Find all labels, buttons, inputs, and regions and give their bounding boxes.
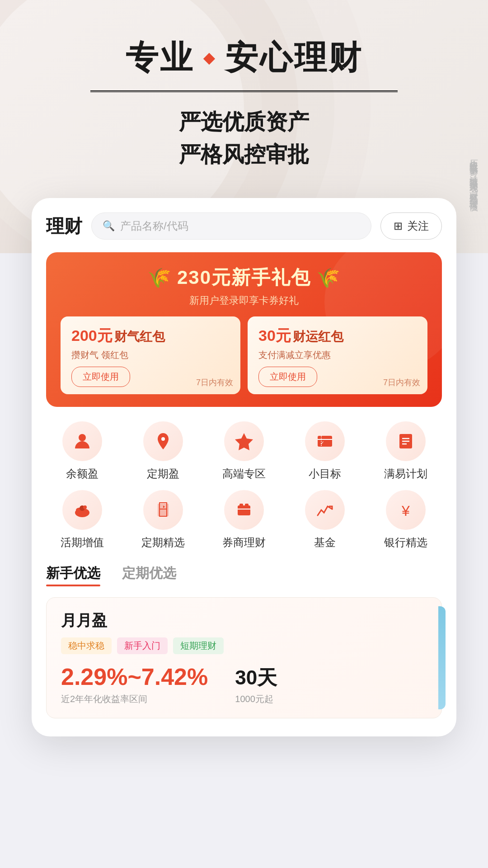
tab-diqiyouxuan[interactable]: 定期优选 <box>122 564 176 586</box>
card2-expire: 7日内有效 <box>383 377 420 388</box>
product-bottom: 2.29%~7.42% 近2年年化收益率区间 30天 1000元起 <box>61 663 427 705</box>
banner-subtitle: 新用户登录即享卡券好礼 <box>61 294 427 307</box>
icon-yinhangjingxuan: ¥ <box>386 490 426 530</box>
card-title: 理财 <box>46 214 82 239</box>
tag-stable: 稳中求稳 <box>61 637 112 654</box>
svg-text:¥: ¥ <box>401 503 410 519</box>
svg-rect-19 <box>245 504 249 506</box>
icon-diqiying <box>143 421 183 461</box>
icon-manyijihua <box>386 421 426 461</box>
product-card[interactable]: 月月盈 稳中求稳 新手入门 短期理财 2.29%~7.42% 近2年年化收益率区… <box>46 597 442 718</box>
banner-card-2[interactable]: 30元 财运红包 支付满减立享优惠 立即使用 7日内有效 <box>248 316 427 394</box>
tab-xinshoyouxuan[interactable]: 新手优选 <box>46 564 100 586</box>
svg-rect-18 <box>239 504 243 506</box>
svg-marker-2 <box>235 433 253 450</box>
icon-item-yinhangjingxuan[interactable]: ¥ 银行精选 <box>370 490 442 550</box>
icon-jijin <box>305 490 345 530</box>
hero-section: 专业 ◆ 安心理财 严选优质资产 严格风控审批 <box>0 0 488 189</box>
icon-label-5: 活期增值 <box>61 535 104 550</box>
banner-leaf-left: 🌾 <box>147 267 172 289</box>
search-placeholder-text: 产品名称/代码 <box>120 219 188 233</box>
icon-label-0: 余额盈 <box>66 467 99 481</box>
hero-title-left: 专业 <box>126 36 194 80</box>
tabs-row: 新手优选 定期优选 <box>46 564 442 586</box>
svg-rect-17 <box>238 505 250 515</box>
icon-label-6: 定期精选 <box>141 535 185 550</box>
side-disclaimer: 历史收益数据仅供参考 过往业绩不预示未来表现 理财有风险 投资需谨慎 <box>465 153 483 514</box>
card1-expire: 7日内有效 <box>196 377 233 388</box>
icon-label-1: 定期盈 <box>147 467 179 481</box>
icon-item-manyijihua[interactable]: 满易计划 <box>370 421 442 481</box>
card2-amount: 30元 <box>258 327 291 344</box>
card2-desc: 支付满减立享优惠 <box>258 349 417 361</box>
hero-subtitle-line2: 严格风控审批 <box>27 138 461 171</box>
svg-text:✓: ✓ <box>320 440 324 446</box>
product-card-side-strip <box>438 606 446 709</box>
banner-title: 🌾 230元新手礼包 🌾 <box>61 265 427 290</box>
banner-cards: 200元 财气红包 攒财气 领红包 立即使用 7日内有效 30元 财运红包 支付… <box>61 316 427 394</box>
card1-desc: 攒财气 领红包 <box>71 349 230 361</box>
svg-point-1 <box>161 437 165 441</box>
icon-label-7: 券商理财 <box>222 535 266 550</box>
svg-point-0 <box>79 434 86 441</box>
icon-label-2: 高端专区 <box>222 467 266 481</box>
banner-leaf-right: 🌾 <box>316 267 341 289</box>
hero-divider <box>90 90 398 91</box>
icon-item-gaoduan[interactable]: 高端专区 <box>208 421 280 481</box>
product-rate-label: 近2年年化收益率区间 <box>61 693 208 705</box>
product-days: 30天 <box>235 665 277 691</box>
icon-label-9: 银行精选 <box>384 535 427 550</box>
card1-name: 财气红包 <box>114 330 165 344</box>
card1-use-button[interactable]: 立即使用 <box>71 367 130 387</box>
icon-xiaomubiao: ✓ <box>305 421 345 461</box>
card2-use-button[interactable]: 立即使用 <box>258 367 317 387</box>
banner-card-1[interactable]: 200元 财气红包 攒财气 领红包 立即使用 7日内有效 <box>61 316 240 394</box>
icon-item-quanshanglicai[interactable]: 券商理财 <box>208 490 280 550</box>
card1-amount: 200元 <box>71 327 113 344</box>
icon-item-diqijingxuan[interactable]: 定期精选 <box>127 490 199 550</box>
icon-item-yuebaoying[interactable]: 余额盈 <box>46 421 118 481</box>
product-card-wrapper: 月月盈 稳中求稳 新手入门 短期理财 2.29%~7.42% 近2年年化收益率区… <box>46 597 442 718</box>
icon-huoqizengzhi <box>62 490 102 530</box>
icon-item-jijin[interactable]: 基金 <box>289 490 361 550</box>
svg-point-14 <box>83 505 87 509</box>
search-icon: 🔍 <box>103 220 115 232</box>
product-rate-section: 2.29%~7.42% 近2年年化收益率区间 <box>61 663 208 705</box>
hero-title: 专业 ◆ 安心理财 <box>27 36 461 80</box>
product-period: 30天 1000元起 <box>235 665 277 705</box>
product-rate: 2.29%~7.42% <box>61 663 208 690</box>
icon-label-4: 满易计划 <box>384 467 427 481</box>
card-header: 理财 🔍 产品名称/代码 ⊞ 关注 <box>46 212 442 240</box>
icon-item-huoqizengzhi[interactable]: 活期增值 <box>46 490 118 550</box>
product-name: 月月盈 <box>61 610 427 631</box>
hero-diamond: ◆ <box>203 49 216 66</box>
app-card: 理财 🔍 产品名称/代码 ⊞ 关注 🌾 230元新手礼包 🌾 新用户登录即享卡券… <box>32 198 456 736</box>
card2-name: 财运红包 <box>293 330 343 344</box>
icon-label-8: 基金 <box>314 535 336 550</box>
product-min-amount: 1000元起 <box>235 693 277 705</box>
hero-subtitle: 严选优质资产 严格风控审批 <box>27 106 461 171</box>
follow-button[interactable]: ⊞ 关注 <box>380 212 442 240</box>
product-tags: 稳中求稳 新手入门 短期理财 <box>61 637 427 654</box>
icon-item-xiaomubiao[interactable]: ✓ 小目标 <box>289 421 361 481</box>
follow-icon: ⊞ <box>394 220 403 232</box>
icon-diqijingxuan <box>143 490 183 530</box>
hero-subtitle-line1: 严选优质资产 <box>27 106 461 138</box>
search-bar[interactable]: 🔍 产品名称/代码 <box>91 212 371 240</box>
promo-banner[interactable]: 🌾 230元新手礼包 🌾 新用户登录即享卡券好礼 200元 财气红包 攒财气 领… <box>46 252 442 407</box>
follow-label: 关注 <box>407 219 429 233</box>
icon-grid: 余额盈 定期盈 高端专区 ✓ 小目标 <box>46 421 442 550</box>
icon-gaoduan <box>224 421 264 461</box>
icon-item-diqiying[interactable]: 定期盈 <box>127 421 199 481</box>
icon-quanshanglicai <box>224 490 264 530</box>
icon-label-3: 小目标 <box>309 467 341 481</box>
icon-yuebaoying <box>62 421 102 461</box>
hero-title-right: 安心理财 <box>225 36 363 80</box>
tag-short: 短期理财 <box>173 637 224 654</box>
tag-newbie: 新手入门 <box>117 637 168 654</box>
